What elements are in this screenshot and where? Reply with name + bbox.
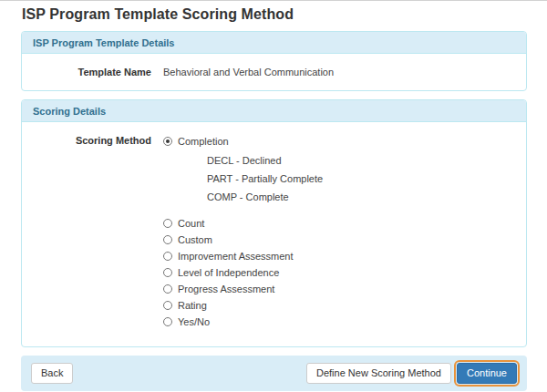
scoring-method-options: Completion DECL - Declined PART - Partia… [163, 134, 323, 330]
completion-value-list: DECL - Declined PART - Partially Complet… [163, 151, 323, 206]
radio-option-level-of-independence[interactable]: Level of Independence [163, 264, 323, 281]
radio-option-completion[interactable]: Completion [163, 134, 323, 149]
completion-value: PART - Partially Complete [207, 170, 323, 188]
template-name-value: Behavioral and Verbal Communication [163, 66, 334, 77]
radio-option-label: Rating [178, 300, 207, 311]
template-name-label: Template Name [33, 66, 151, 77]
radio-option-label: Custom [178, 234, 212, 245]
radio-icon[interactable] [163, 252, 172, 261]
completion-value: COMP - Complete [207, 188, 323, 206]
radio-icon[interactable] [163, 284, 172, 294]
radio-selected-icon[interactable] [163, 137, 172, 146]
page-title: ISP Program Template Scoring Method [22, 6, 527, 23]
action-bar-right: Define New Scoring Method Continue [306, 363, 517, 384]
template-details-panel: ISP Program Template Details Template Na… [21, 31, 527, 91]
radio-icon[interactable] [163, 235, 172, 244]
scoring-details-body: Scoring Method Completion DECL - Decline… [22, 122, 526, 346]
radio-option-progress-assessment[interactable]: Progress Assessment [163, 281, 323, 297]
action-bar: Back Define New Scoring Method Continue [21, 356, 527, 391]
template-details-heading: ISP Program Template Details [22, 32, 526, 54]
define-new-scoring-method-button[interactable]: Define New Scoring Method [306, 363, 451, 384]
template-details-body: Template Name Behavioral and Verbal Comm… [22, 54, 526, 90]
radio-icon[interactable] [163, 301, 172, 310]
radio-icon[interactable] [163, 317, 172, 326]
radio-icon[interactable] [163, 219, 172, 228]
page: ISP Program Template Scoring Method ISP … [0, 1, 547, 391]
other-options-list: Count Custom Improvement Assessment [163, 215, 323, 330]
radio-option-count[interactable]: Count [163, 215, 323, 232]
radio-option-label: Level of Independence [178, 267, 279, 278]
radio-icon[interactable] [163, 268, 172, 277]
scoring-details-panel: Scoring Details Scoring Method Completio… [21, 99, 527, 347]
radio-option-improvement-assessment[interactable]: Improvement Assessment [163, 248, 323, 264]
radio-option-label: Improvement Assessment [178, 251, 294, 262]
radio-option-custom[interactable]: Custom [163, 232, 323, 248]
radio-option-rating[interactable]: Rating [163, 297, 323, 314]
template-name-row: Template Name Behavioral and Verbal Comm… [33, 66, 515, 77]
radio-option-label: Count [178, 218, 204, 229]
radio-option-label: Progress Assessment [178, 284, 274, 294]
radio-option-yes-no[interactable]: Yes/No [163, 314, 323, 330]
back-button[interactable]: Back [31, 363, 73, 384]
radio-option-label: Completion [178, 136, 229, 147]
scoring-details-heading: Scoring Details [22, 100, 526, 122]
continue-button[interactable]: Continue [457, 363, 517, 384]
radio-option-label: Yes/No [178, 316, 210, 327]
completion-value: DECL - Declined [207, 151, 323, 170]
scoring-method-label: Scoring Method [33, 134, 151, 146]
scoring-method-row: Scoring Method Completion DECL - Decline… [33, 134, 515, 330]
